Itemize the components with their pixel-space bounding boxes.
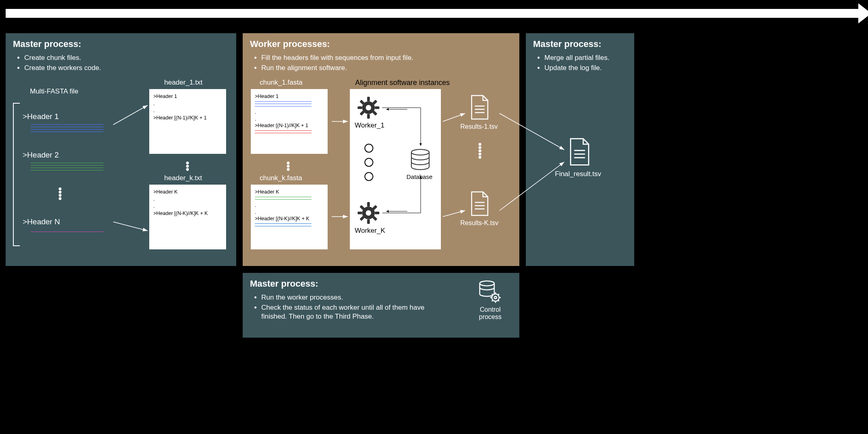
svg-line-37 bbox=[492, 300, 493, 301]
c1-l1: >Header 1 bbox=[255, 93, 324, 100]
results-vdots: ••••• bbox=[478, 143, 482, 159]
timeline-arrow bbox=[6, 9, 859, 18]
master-process-panel-2: Master process: Run the worker processes… bbox=[243, 273, 519, 338]
align-title: Alignment software instances bbox=[355, 79, 450, 87]
resultsk-label: Results-K.tsv bbox=[460, 219, 498, 227]
headerk-title: header_k.txt bbox=[164, 174, 202, 182]
ck-l2: >Header [(N-K)//K]K + K bbox=[255, 215, 324, 222]
master2-item-0: Run the worker processes. bbox=[261, 293, 431, 302]
svg-line-34 bbox=[492, 294, 493, 295]
worker-item-0: Fill the headers file with sequences fro… bbox=[261, 53, 512, 62]
master1-item-0: Create chunk files. bbox=[24, 53, 229, 62]
final-label: Final_result.tsv bbox=[555, 170, 601, 178]
ck-d2: . bbox=[255, 209, 324, 215]
master3-item-0: Merge all partial files. bbox=[544, 53, 627, 62]
seq-hn bbox=[31, 232, 104, 234]
chunk1-title: chunk_1.fasta bbox=[260, 79, 303, 87]
h1-d1: . bbox=[153, 100, 222, 108]
ck-l1: >Header K bbox=[255, 189, 324, 195]
worker-processes-panel: Worker processes: Fill the headers file … bbox=[243, 33, 519, 266]
fasta-header-2: >Header 2 bbox=[23, 151, 59, 160]
c1-d2: . bbox=[255, 116, 324, 122]
master2-list: Run the worker processes. Check the stat… bbox=[261, 293, 431, 321]
results1-label: Results-1.tsv bbox=[460, 123, 498, 130]
ck-d1: . bbox=[255, 202, 324, 208]
fasta-header-1: >Header 1 bbox=[23, 112, 59, 121]
c1-l2: >Header [(N-1)//K]K + 1 bbox=[255, 122, 324, 129]
chunkk-card: >Header K . . >Header [(N-K)//K]K + K bbox=[251, 185, 328, 249]
master1-item-1: Create the workers code. bbox=[24, 64, 229, 72]
seq-c1b bbox=[255, 130, 311, 133]
hk-d1: . bbox=[153, 196, 222, 203]
alignment-box: Worker_1 Worker_K Database bbox=[350, 89, 441, 249]
header1-card: >Header 1 . . >Header [(N-1)//K]K + 1 bbox=[149, 89, 226, 154]
control-label: Control process bbox=[474, 306, 506, 321]
fasta-vdots: •••• bbox=[58, 187, 62, 200]
h1-l1: >Header 1 bbox=[153, 93, 222, 100]
seq-ckb bbox=[255, 223, 311, 226]
master2-title: Master process: bbox=[250, 279, 512, 289]
svg-point-27 bbox=[480, 281, 494, 286]
document-icon bbox=[568, 138, 591, 166]
master3-title: Master process: bbox=[533, 39, 627, 49]
master1-list: Create chunk files. Create the workers c… bbox=[24, 53, 229, 72]
hk-d2: . bbox=[153, 203, 222, 210]
seq-cka bbox=[255, 197, 311, 200]
headers-vdots: ••• bbox=[186, 161, 189, 171]
headerk-card: >Header K . . >Header [(N-K)//K]K + K bbox=[149, 185, 226, 249]
document-icon bbox=[469, 95, 490, 120]
seq-h1 bbox=[31, 124, 104, 134]
worker-list: Fill the headers file with sequences fro… bbox=[261, 53, 512, 72]
control-process-icon bbox=[478, 280, 502, 306]
header1-title: header_1.txt bbox=[164, 79, 203, 87]
worker-item-1: Run the alignment software. bbox=[261, 64, 512, 72]
seq-h2 bbox=[31, 163, 104, 172]
master2-item-1: Check the status of each worker until al… bbox=[261, 303, 431, 321]
master-process-panel-1: Master process: Create chunk files. Crea… bbox=[6, 33, 236, 266]
chunkk-title: chunk_k.fasta bbox=[260, 174, 302, 182]
h1-l2: >Header [(N-1)//K]K + 1 bbox=[153, 115, 222, 122]
master1-title: Master process: bbox=[13, 39, 229, 49]
svg-line-35 bbox=[498, 300, 499, 301]
master3-item-1: Update the log file. bbox=[544, 64, 627, 72]
multi-fasta-title: Multi-FASTA file bbox=[30, 87, 78, 96]
alignment-arrows bbox=[350, 89, 441, 249]
h1-d2: . bbox=[153, 107, 222, 115]
hk-l1: >Header K bbox=[153, 189, 222, 196]
c1-d1: . bbox=[255, 109, 324, 115]
document-icon bbox=[469, 191, 490, 216]
seq-c1a bbox=[255, 101, 311, 106]
hk-l2: >Header [(N-K)//K]K + K bbox=[153, 210, 222, 217]
master-process-panel-3: Master process: Merge all partial files.… bbox=[526, 33, 634, 266]
chunk1-card: >Header 1 . . >Header [(N-1)//K]K + 1 bbox=[251, 89, 328, 154]
fasta-frame-bracket bbox=[13, 103, 20, 246]
worker-title: Worker processes: bbox=[250, 39, 512, 49]
fasta-header-n: >Header N bbox=[23, 217, 60, 226]
svg-point-29 bbox=[494, 296, 497, 299]
svg-line-36 bbox=[498, 294, 499, 295]
master3-list: Merge all partial files. Update the log … bbox=[544, 53, 627, 72]
chunks-vdots: ••• bbox=[286, 161, 290, 171]
